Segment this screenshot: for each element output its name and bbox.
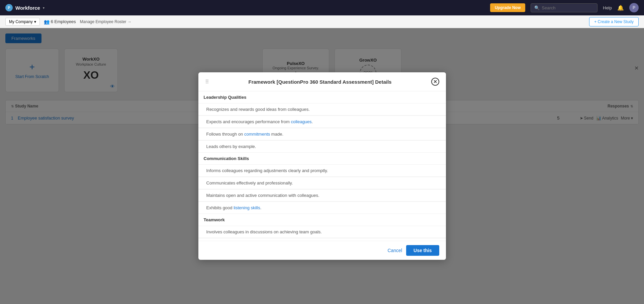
section-header-leadership: Leadership Qualities <box>198 91 446 103</box>
modal-body[interactable]: Leadership Qualities Recognizes and rewa… <box>198 91 446 241</box>
workforce-label: Workforce <box>15 5 40 11</box>
manage-roster-link[interactable]: Manage Employee Roster → <box>80 19 131 24</box>
modal-drag-handle[interactable]: ⠿ <box>205 79 209 85</box>
company-dropdown[interactable]: My Company ▾ <box>5 18 40 26</box>
main-content: Frameworks + Start From Scratch WorkXO W… <box>0 28 644 304</box>
colleagues-link[interactable]: colleagues <box>291 119 311 124</box>
employees-link: 👥 6 Employees <box>44 19 76 24</box>
user-avatar[interactable]: P <box>629 3 639 12</box>
list-item: Informs colleagues regarding adjustments… <box>198 164 446 177</box>
list-item: Involves colleagues in discussions on ac… <box>198 226 446 238</box>
list-item: Communicates effectively and professiona… <box>198 177 446 189</box>
sub-nav-left: My Company ▾ 👥 6 Employees Manage Employ… <box>5 18 131 26</box>
bell-icon[interactable]: 🔔 <box>617 5 624 11</box>
logo-icon: P <box>5 4 13 11</box>
company-dropdown-arrow: ▾ <box>34 19 36 24</box>
list-item: Follows through on commitments made. <box>198 128 446 140</box>
modal-footer: Cancel Use this <box>198 241 446 260</box>
commitments-link[interactable]: commitments <box>244 132 270 137</box>
create-new-study-button[interactable]: + Create a New Study <box>589 17 639 26</box>
modal-header: ⠿ Framework [QuestionPro 360 Standard As… <box>198 72 446 91</box>
list-item: Maintains open and active communication … <box>198 189 446 202</box>
list-item: Exhibits good listening skills. <box>198 202 446 214</box>
modal-close-button[interactable]: ✕ <box>431 78 439 86</box>
use-this-button[interactable]: Use this <box>406 245 439 256</box>
listening-link[interactable]: listening skills <box>234 205 260 210</box>
search-input[interactable] <box>542 5 592 10</box>
workforce-dropdown-arrow[interactable]: ▾ <box>43 6 44 10</box>
search-icon: 🔍 <box>534 5 540 10</box>
list-item: Expects and encourages performance from … <box>198 116 446 128</box>
modal-overlay: ⠿ Framework [QuestionPro 360 Standard As… <box>0 28 644 304</box>
employees-icon: 👥 <box>44 19 50 24</box>
list-item: Is receptive to suggestions on improving… <box>198 238 446 241</box>
section-header-communication: Communication Skills <box>198 153 446 164</box>
modal-title: Framework [QuestionPro 360 Standard Asse… <box>213 79 427 85</box>
search-box[interactable]: 🔍 <box>531 3 597 12</box>
sub-navigation: My Company ▾ 👥 6 Employees Manage Employ… <box>0 15 644 28</box>
top-navigation: P Workforce ▾ Upgrade Now 🔍 Help 🔔 P <box>0 0 644 15</box>
upgrade-button[interactable]: Upgrade Now <box>490 3 525 12</box>
section-header-teamwork: Teamwork <box>198 214 446 226</box>
help-link[interactable]: Help <box>603 5 612 10</box>
cancel-button[interactable]: Cancel <box>387 248 402 253</box>
nav-left: P Workforce ▾ <box>5 4 44 11</box>
list-item: Leads others by example. <box>198 140 446 153</box>
list-item: Recognizes and rewards good ideas from c… <box>198 103 446 116</box>
nav-right: Upgrade Now 🔍 Help 🔔 P <box>490 3 639 12</box>
framework-details-modal: ⠿ Framework [QuestionPro 360 Standard As… <box>198 72 446 260</box>
